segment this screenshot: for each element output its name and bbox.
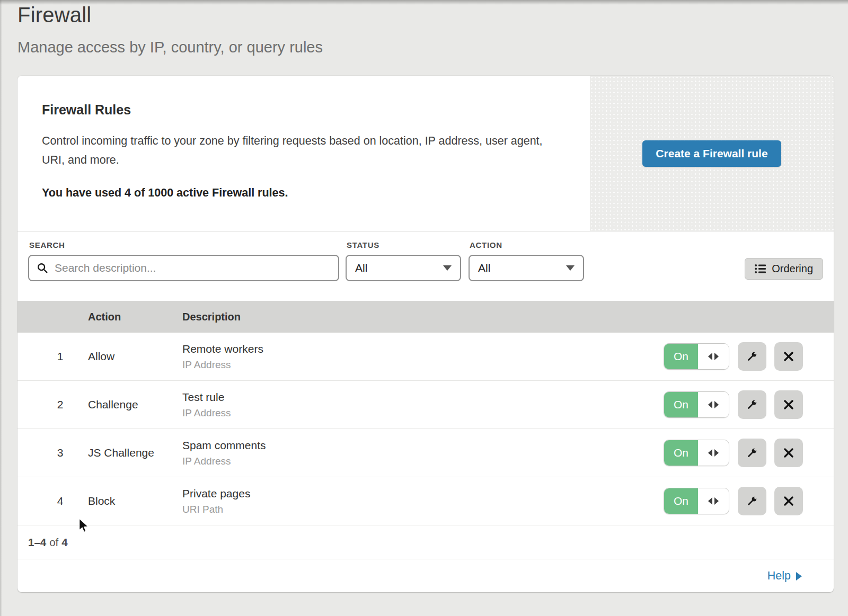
wrench-icon: [746, 350, 758, 363]
rule-enabled-toggle[interactable]: On: [664, 343, 729, 370]
delete-rule-button[interactable]: [774, 390, 803, 419]
action-selected-value: All: [478, 262, 490, 274]
rule-description: Remote workers: [182, 343, 653, 355]
table-row: 2 Challenge Test rule IP Address On: [17, 381, 834, 429]
toggle-on-label: On: [664, 392, 698, 417]
close-icon: [783, 351, 794, 362]
help-link-label: Help: [767, 569, 791, 583]
rule-description: Private pages: [182, 487, 653, 500]
delete-rule-button[interactable]: [774, 439, 803, 467]
edit-rule-button[interactable]: [738, 390, 766, 419]
toggle-arrows-icon: [698, 392, 729, 417]
rule-match-type: IP Address: [182, 359, 653, 371]
section-heading: Firewall Rules: [42, 102, 569, 118]
search-label: SEARCH: [29, 240, 346, 249]
search-filter-group: SEARCH: [28, 240, 346, 281]
wrench-icon: [746, 447, 758, 459]
rule-enabled-toggle[interactable]: On: [664, 488, 729, 514]
rule-priority: 4: [17, 495, 88, 507]
page-title: Firewall: [17, 3, 848, 27]
rule-enabled-toggle[interactable]: On: [664, 391, 729, 418]
pagination-range: 1–4: [28, 536, 46, 549]
ordering-list-icon: [755, 264, 766, 274]
search-input[interactable]: [54, 261, 331, 275]
toggle-arrows-icon: [698, 440, 729, 466]
status-label: STATUS: [347, 240, 461, 249]
card-footer: Help: [17, 559, 834, 592]
table-header: Action Description: [17, 301, 834, 333]
section-description: Control incoming traffic to your zone by…: [42, 131, 545, 169]
chevron-down-icon: [566, 265, 575, 271]
help-arrow-icon: [796, 572, 802, 581]
description-column-header: Description: [182, 311, 653, 323]
rule-enabled-toggle[interactable]: On: [664, 440, 729, 466]
close-icon: [783, 495, 794, 507]
toggle-arrows-icon: [698, 344, 729, 369]
status-filter-group: STATUS All: [346, 240, 461, 281]
delete-rule-button[interactable]: [774, 487, 803, 515]
pagination: 1–4 of 4: [17, 525, 834, 559]
action-column-header: Action: [88, 311, 182, 323]
page-header: Firewall Manage access by IP, country, o…: [0, 0, 848, 56]
usage-summary: You have used 4 of 1000 active Firewall …: [42, 186, 569, 200]
ordering-button-label: Ordering: [772, 263, 813, 275]
rule-match-type: IP Address: [182, 456, 653, 467]
filter-bar: SEARCH STATUS All ACTION All: [17, 231, 834, 301]
rule-match-type: URI Path: [182, 504, 653, 515]
rule-priority: 3: [17, 447, 88, 459]
table-row: 1 Allow Remote workers IP Address On: [17, 333, 834, 381]
table-row: 4 Block Private pages URI Path On: [17, 477, 834, 525]
intro-section: Firewall Rules Control incoming traffic …: [17, 76, 834, 231]
action-filter-group: ACTION All: [469, 240, 584, 281]
close-icon: [783, 447, 794, 459]
rule-match-type: IP Address: [182, 407, 653, 419]
page-subtitle: Manage access by IP, country, or query r…: [17, 39, 848, 56]
edit-rule-button[interactable]: [738, 487, 766, 515]
rule-priority: 2: [17, 398, 88, 411]
rule-description: Test rule: [182, 391, 653, 404]
intro-text-block: Firewall Rules Control incoming traffic …: [17, 76, 590, 231]
create-rule-panel: Create a Firewall rule: [590, 76, 834, 231]
edit-rule-button[interactable]: [738, 342, 766, 371]
wrench-icon: [746, 398, 758, 411]
toggle-arrows-icon: [698, 488, 729, 514]
window-edge-left: [0, 0, 2, 616]
table-row: 3 JS Challenge Spam comments IP Address …: [17, 429, 834, 477]
rule-priority: 1: [17, 350, 88, 363]
ordering-button[interactable]: Ordering: [745, 258, 823, 280]
status-selected-value: All: [355, 262, 367, 274]
pagination-of: of: [49, 536, 58, 549]
close-icon: [783, 399, 794, 410]
rule-description: Spam comments: [182, 439, 653, 452]
action-label: ACTION: [470, 240, 584, 249]
create-firewall-rule-button[interactable]: Create a Firewall rule: [642, 140, 781, 167]
rule-action: Challenge: [88, 398, 182, 411]
action-select[interactable]: All: [469, 255, 584, 281]
edit-rule-button[interactable]: [738, 439, 766, 467]
pagination-total: 4: [61, 536, 67, 549]
toggle-on-label: On: [664, 440, 698, 466]
toggle-on-label: On: [664, 488, 698, 514]
wrench-icon: [746, 495, 758, 507]
rule-action: Allow: [88, 350, 182, 363]
toggle-on-label: On: [664, 344, 698, 369]
search-icon: [37, 262, 48, 274]
delete-rule-button[interactable]: [774, 342, 803, 371]
firewall-rules-card: Firewall Rules Control incoming traffic …: [17, 76, 834, 592]
status-select[interactable]: All: [346, 255, 461, 281]
rule-action: Block: [88, 495, 182, 507]
help-link[interactable]: Help: [767, 569, 802, 583]
search-box[interactable]: [28, 255, 339, 281]
chevron-down-icon: [443, 265, 452, 271]
rule-action: JS Challenge: [88, 447, 182, 459]
